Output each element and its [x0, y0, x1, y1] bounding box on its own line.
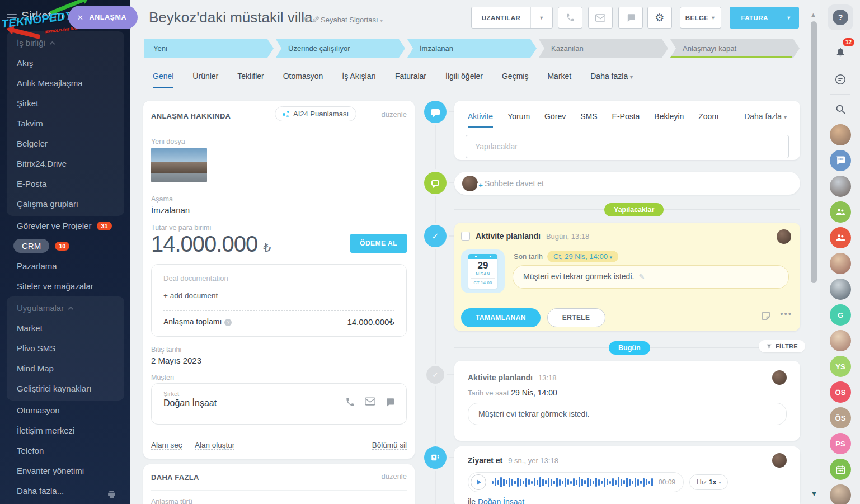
close-icon[interactable]: ✕ — [77, 13, 84, 22]
avatar[interactable] — [830, 330, 851, 351]
complete-button[interactable]: TAMAMLANAN — [461, 308, 541, 327]
edit-title-icon[interactable]: ✎ — [303, 16, 310, 25]
extensions-button[interactable]: UZANTILAR ▼ — [471, 7, 553, 29]
tab-otomasyon[interactable]: Otomasyon — [283, 72, 323, 88]
avatar[interactable] — [830, 484, 851, 504]
sidebar-item-akis[interactable]: Akış — [7, 53, 124, 73]
amount-value[interactable]: 14.000.000 ₺ — [151, 232, 270, 257]
call-button[interactable] — [558, 7, 582, 29]
more-actions-icon[interactable]: ••• — [780, 309, 792, 318]
sidebar-item-otomasyon[interactable]: Otomasyon — [7, 401, 124, 421]
tab-eposta[interactable]: E-Posta — [612, 112, 640, 128]
avatar[interactable] — [772, 453, 787, 468]
tab-gecmis[interactable]: Geçmiş — [502, 72, 528, 88]
company-link[interactable]: Doğan İnşaat — [478, 497, 524, 504]
group-avatar-green[interactable] — [830, 201, 851, 223]
stage-field-value[interactable]: İmzalanan — [151, 205, 190, 215]
sidebar-item-pazarlama[interactable]: Pazarlama — [7, 256, 124, 276]
avatar[interactable] — [830, 253, 851, 274]
messenger-button[interactable] — [830, 69, 851, 90]
initials-avatar[interactable]: PS — [830, 433, 851, 454]
select-field-link[interactable]: Alanı seç — [151, 441, 182, 450]
entity-type-badge[interactable]: ✕ ANLAŞMA — [68, 6, 138, 29]
tab-bekleyin[interactable]: Bekleyin — [654, 112, 684, 128]
chat-button[interactable] — [618, 7, 643, 29]
play-button[interactable] — [471, 474, 486, 490]
stage-uzerinde-calisiliyor[interactable]: Üzerinde çalışılıyor — [276, 39, 405, 58]
sidebar-item-bitrix24-drive[interactable]: Bitrix24.Drive — [7, 154, 124, 174]
stage-yeni[interactable]: Yeni — [144, 39, 274, 58]
sidebar-item-gelistirici[interactable]: Geliştirici kaynakları — [7, 379, 124, 399]
invite-to-chat-row[interactable]: + Sohbete davet et — [454, 172, 800, 195]
sidebar-item-eposta[interactable]: E-Posta — [7, 174, 124, 194]
playback-speed-button[interactable]: Hız 1x ▾ — [689, 474, 728, 490]
initials-avatar[interactable]: YS — [830, 356, 851, 377]
ai-scoring-button[interactable]: AI24 Puanlaması — [275, 106, 356, 121]
group-avatar-red[interactable] — [830, 227, 851, 248]
avatar[interactable] — [772, 370, 787, 385]
sidebar-group-header-uygulamalar[interactable]: Uygulamalar — [7, 298, 124, 318]
activity-note[interactable]: Müşteri evi tekrar görmek istedi.✎ — [513, 265, 789, 289]
tab-daha-fazla[interactable]: Daha fazla ▾ — [590, 72, 633, 88]
sidebar-item-sirket[interactable]: Şirket — [7, 93, 124, 114]
initials-avatar[interactable]: ÖS — [830, 381, 851, 403]
stage-imzalanan[interactable]: İmzalanan — [407, 39, 537, 58]
tab-aktivite[interactable]: Aktivite — [468, 112, 493, 128]
scrollbar-thumb[interactable] — [811, 21, 817, 283]
postpone-button[interactable]: ERTELE — [547, 308, 605, 327]
tab-urunler[interactable]: Ürünler — [192, 72, 218, 88]
envelope-icon[interactable] — [365, 397, 375, 406]
sidebar-item-telefon[interactable]: Telefon — [7, 441, 124, 461]
client-company-box[interactable]: Şirket Doğan İnşaat — [151, 383, 407, 425]
phone-icon[interactable] — [345, 397, 355, 407]
tab-ilgili-ogeler[interactable]: İlgili öğeler — [445, 72, 483, 88]
app-logo[interactable]: Sirketim 2 — [21, 9, 73, 22]
tab-yorum[interactable]: Yorum — [507, 112, 530, 128]
calendar-bot-avatar[interactable] — [830, 459, 851, 480]
printer-icon[interactable] — [107, 486, 116, 504]
activity-title[interactable]: Aktivite planlandı — [476, 232, 541, 241]
initials-avatar[interactable]: G — [830, 304, 851, 326]
hamburger-menu-icon[interactable] — [7, 12, 17, 22]
stage-kazanilan[interactable]: Kazanılan — [539, 39, 668, 58]
sidebar-item-mind-map[interactable]: Mind Map — [7, 359, 124, 379]
link-icon[interactable] — [312, 16, 319, 25]
deadline-value-pill[interactable]: Ct, 29 Nis, 14:00 ▾ — [547, 251, 618, 262]
activity-checkbox[interactable] — [461, 232, 470, 241]
add-document-link[interactable]: + add document — [163, 291, 394, 300]
sidebar-item-anlik-mesajlasma[interactable]: Anlık Mesajlaşma — [7, 73, 124, 93]
sidebar-item-siteler[interactable]: Siteler ve mağazalar — [7, 276, 124, 296]
tab-market[interactable]: Market — [547, 72, 571, 88]
sidebar-group-header-isbirligi[interactable]: İş birliği — [7, 33, 124, 53]
group-chat-avatar[interactable] — [830, 150, 851, 171]
audio-waveform[interactable] — [492, 476, 653, 488]
scroll-up-arrow[interactable]: ▲ — [810, 11, 816, 18]
filter-button[interactable]: FİLTRE — [759, 340, 805, 352]
sidebar-item-belgeler[interactable]: Belgeler — [7, 134, 124, 154]
stage-anlasmayi-kapat[interactable]: Anlaşmayı kapat — [670, 39, 800, 58]
note-icon[interactable] — [761, 311, 771, 323]
about-edit-link[interactable]: düzenle — [381, 110, 407, 119]
tab-is-akislari[interactable]: İş Akışları — [342, 72, 376, 88]
tab-gorev[interactable]: Görev — [544, 112, 566, 128]
extensions-dropdown-arrow[interactable]: ▼ — [531, 15, 552, 21]
tab-zoom[interactable]: Zoom — [698, 112, 718, 128]
sidebar-item-daha-fazla[interactable]: Daha fazla... — [7, 481, 124, 501]
more-edit-link[interactable]: düzenle — [381, 472, 407, 481]
help-button[interactable]: ? — [828, 4, 853, 30]
calendar-widget[interactable]: 29 NİSAN CT 14:00 — [461, 249, 505, 293]
search-button[interactable] — [830, 98, 851, 120]
help-icon[interactable]: ? — [224, 319, 232, 326]
sidebar-item-calisma-gruplari[interactable]: Çalışma grupları — [7, 194, 124, 214]
avatar[interactable] — [830, 176, 851, 197]
pipeline-link[interactable]: Seyahat Sigortası ▾ — [321, 16, 383, 24]
document-button[interactable]: BELGE ▼ — [680, 7, 721, 29]
sidebar-item-takvim[interactable]: Takvim — [7, 114, 124, 134]
tab-faturalar[interactable]: Faturalar — [395, 72, 426, 88]
tab-sms[interactable]: SMS — [580, 112, 597, 128]
sidebar-item-crm[interactable]: CRM10 — [7, 236, 124, 256]
sidebar-item-iletisim-merkezi[interactable]: İletişim merkezi — [7, 421, 124, 441]
tab-daha-fazla[interactable]: Daha fazla ▾ — [744, 112, 787, 128]
sidebar-item-envanter[interactable]: Envanter yönetimi — [7, 461, 124, 481]
avatar[interactable] — [777, 229, 791, 244]
